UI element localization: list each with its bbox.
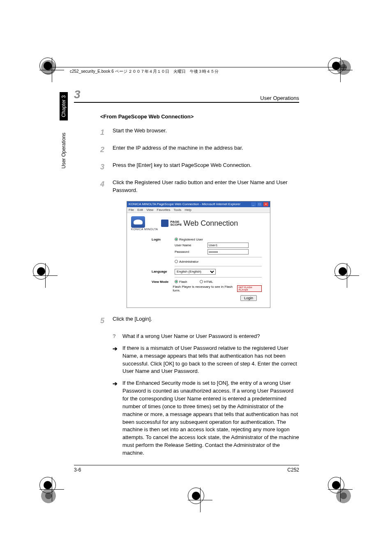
username-input[interactable] [208, 243, 249, 248]
step-text: Press the [Enter] key to start PageScope… [113, 162, 299, 172]
embedded-screenshot: KONICA MINOLTA PageScope Web Connection … [127, 201, 270, 308]
crop-mark [39, 58, 64, 82]
crop-mark [328, 58, 353, 82]
step-2: 2 Enter the IP address of the machine in… [100, 144, 299, 155]
flash-badge[interactable]: GET FLASH PLAYER [237, 285, 262, 292]
footer-right: C252 [287, 467, 299, 473]
menu-favorites[interactable]: Favorites [157, 208, 171, 212]
brand-text: KONICA MINOLTA [131, 228, 158, 231]
language-label: Language [152, 270, 175, 273]
km-logo-icon [131, 216, 145, 228]
viewmode-label: View Mode [152, 280, 175, 284]
password-input[interactable] [208, 249, 249, 254]
banner: KONICA MINOLTA PAGE SCOPE Web Connection [127, 213, 270, 235]
administrator-radio[interactable] [175, 260, 178, 263]
step-number: 5 [100, 315, 113, 326]
step-5: 5 Click the [Login]. [100, 315, 299, 326]
header-rule [45, 67, 347, 67]
language-select[interactable]: English (English) [175, 269, 216, 275]
menu-help[interactable]: Help [185, 208, 191, 212]
pagescope-banner: PAGE SCOPE Web Connection [161, 219, 238, 228]
viewmode-html-label: HTML [204, 280, 213, 284]
minimize-icon[interactable]: _ [251, 202, 256, 206]
step-1: 1 Start the Web browser. [100, 127, 299, 138]
maximize-icon[interactable]: □ [257, 202, 262, 206]
qa-answer-text: If the Enhanced Security mode is set to … [122, 379, 299, 457]
ie-titlebar: KONICA MINOLTA PageScope Web Connection … [127, 201, 270, 207]
side-tab-label: User Operations [61, 133, 67, 169]
ie-menubar: File Edit View Favorites Tools Help [127, 207, 270, 213]
crop-mark [33, 263, 58, 288]
side-tab-chapter: Chapter 3 [60, 92, 68, 120]
viewmode-flash-label: Flash [179, 280, 187, 284]
crop-mark [328, 477, 353, 502]
section-header: 3 User Operations [74, 88, 299, 103]
administrator-label: Administrator [179, 260, 198, 264]
menu-tools[interactable]: Tools [174, 208, 182, 212]
step-text: Click the [Login]. [113, 315, 299, 326]
subheading: <From PageScope Web Connection> [100, 113, 299, 120]
step-text: Start the Web browser. [113, 127, 299, 138]
step-3: 3 Press the [Enter] key to start PageSco… [100, 162, 299, 172]
crop-mark [188, 488, 212, 512]
banner-small-2: SCOPE [170, 223, 182, 227]
crop-mark [334, 263, 359, 288]
step-4: 4 Click the Registered User radio button… [100, 179, 299, 194]
registered-user-radio[interactable] [175, 238, 178, 241]
username-label: User Name [175, 243, 208, 247]
viewmode-flash-radio[interactable] [175, 280, 178, 283]
login-form: Login Registered User User Name Password… [127, 235, 270, 308]
page-footer: 3-6 C252 [74, 465, 299, 473]
crop-mark [39, 477, 64, 502]
qa-answer-text: If there is a mismatch of User Password … [122, 345, 299, 375]
banner-big: Web Connection [184, 219, 238, 228]
step-text: Click the Registered User radio button a… [113, 179, 299, 194]
qa-question: ? What if a wrong User Name or User Pass… [113, 333, 299, 340]
qa-answer-1: ➔ If there is a mismatch of User Passwor… [113, 345, 299, 375]
side-tab: User Operations Chapter 3 [60, 92, 68, 169]
close-icon[interactable]: × [263, 202, 268, 206]
window-controls: _ □ × [251, 202, 268, 206]
pagescope-small: PAGE SCOPE [170, 220, 182, 226]
footer-left: 3-6 [74, 467, 81, 473]
section-title: User Operations [260, 95, 299, 101]
arrow-icon: ➔ [113, 345, 122, 375]
arrow-icon: ➔ [113, 379, 122, 457]
registered-user-label: Registered User [179, 238, 203, 241]
section-number: 3 [74, 88, 81, 101]
question-mark-icon: ? [113, 333, 122, 340]
password-label: Password [175, 250, 208, 254]
qa-answer-2: ➔ If the Enhanced Security mode is set t… [113, 379, 299, 457]
menu-file[interactable]: File [129, 208, 134, 212]
menu-view[interactable]: View [146, 208, 153, 212]
menu-edit[interactable]: Edit [137, 208, 143, 212]
header-runner: c252_security_E.book 6 ページ ２００７年４月１０日 火曜… [70, 69, 219, 74]
login-button[interactable]: Login [240, 295, 257, 301]
ie-title: KONICA MINOLTA PageScope Web Connection … [129, 202, 240, 206]
step-number: 4 [100, 179, 113, 194]
step-number: 1 [100, 127, 113, 138]
pagescope-icon [161, 220, 168, 227]
login-label: Login [152, 238, 175, 241]
flash-note: Flash Player is necessary to see in Flas… [173, 285, 236, 292]
step-number: 3 [100, 162, 113, 172]
step-text: Enter the IP address of the machine in t… [113, 144, 299, 155]
step-number: 2 [100, 144, 113, 155]
qa-question-text: What if a wrong User Name or User Passwo… [122, 333, 299, 340]
viewmode-html-radio[interactable] [200, 280, 203, 283]
